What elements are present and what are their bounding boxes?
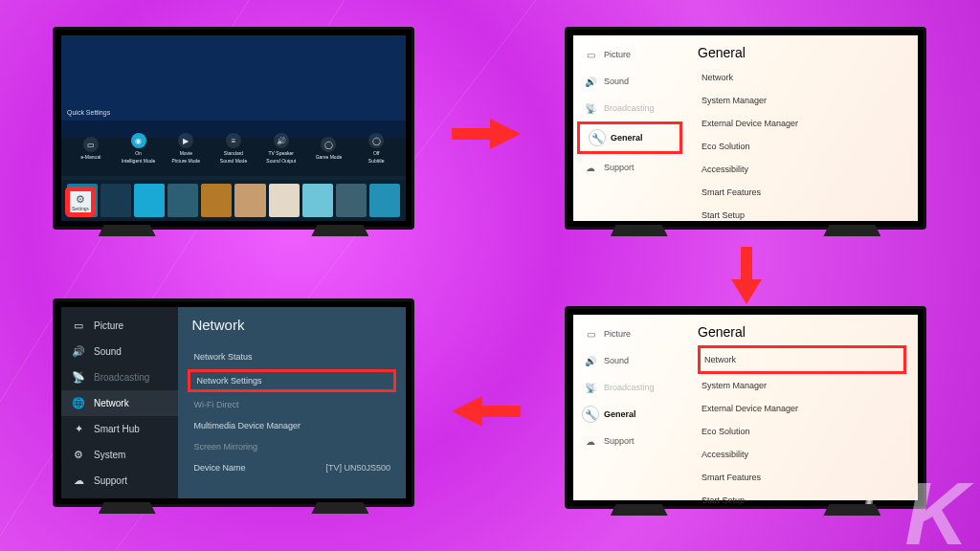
menu-item-system-manager[interactable]: System Manager [698, 374, 906, 397]
settings-sidebar: ▭Picture 🔊Sound 📡Broadcasting 🌐Network ✦… [61, 307, 178, 498]
subtitle-icon: ◯ [368, 133, 384, 148]
sidebar-item-sound[interactable]: 🔊Sound [573, 68, 686, 95]
menu-item-wifi-direct[interactable]: Wi-Fi Direct [191, 394, 392, 415]
tv-quick-settings: Quick Settings ▭ e-Manual ◉ On Intellige… [53, 27, 414, 230]
tv-network-settings: ▭Picture 🔊Sound 📡Broadcasting 🌐Network ✦… [53, 298, 414, 507]
app-thumbnail[interactable] [134, 184, 165, 217]
tv-general-sidebar-highlight: ▭Picture 🔊Sound 📡Broadcasting 🔧General ☁… [565, 27, 926, 230]
picture-icon: ▭ [71, 320, 86, 332]
qs-item-emanual[interactable]: ▭ e-Manual [67, 137, 115, 160]
sidebar-item-broadcasting[interactable]: 📡Broadcasting [573, 374, 686, 401]
page-title: General [698, 41, 906, 66]
menu-item-external-device-manager[interactable]: External Device Manager [698, 112, 906, 135]
menu-item-accessibility[interactable]: Accessibility [698, 443, 906, 466]
page-title: General [698, 320, 906, 345]
sidebar-item-broadcasting[interactable]: 📡Broadcasting [573, 95, 686, 121]
menu-item-multimedia-device-manager[interactable]: Multimedia Device Manager [191, 415, 392, 436]
menu-item-external-device-manager[interactable]: External Device Manager [698, 397, 906, 420]
intelligent-mode-icon: ◉ [131, 133, 146, 148]
picture-icon: ▭ [583, 47, 598, 62]
settings-button[interactable]: ⚙ Settings [67, 188, 94, 215]
menu-item-system-manager[interactable]: System Manager [698, 89, 906, 112]
game-icon: ◯ [321, 137, 336, 152]
menu-item-network[interactable]: Network [698, 66, 906, 89]
sidebar-item-system[interactable]: ⚙System [61, 442, 178, 468]
menu-item-screen-mirroring[interactable]: Screen Mirroring [191, 436, 392, 457]
wrench-icon: 🔧 [590, 130, 605, 145]
gear-icon: ⚙ [76, 193, 85, 206]
star-icon: ✦ [71, 423, 86, 435]
support-icon: ☁ [71, 474, 86, 487]
quick-settings-bar: Quick Settings ▭ e-Manual ◉ On Intellige… [61, 121, 406, 176]
menu-item-network[interactable]: Network [698, 345, 906, 374]
speaker-icon: 🔊 [274, 133, 289, 148]
support-icon: ☁ [583, 433, 598, 449]
arrow-down-icon [727, 247, 766, 312]
sidebar-item-broadcasting[interactable]: 📡Broadcasting [61, 364, 178, 390]
quick-settings-title: Quick Settings [67, 109, 110, 116]
app-thumbnail[interactable] [234, 184, 265, 217]
app-thumbnail[interactable] [302, 184, 333, 217]
book-icon: ▭ [83, 137, 99, 152]
sidebar-item-support[interactable]: ☁Support [573, 154, 686, 181]
settings-main: General Network System Manager External … [686, 35, 918, 221]
sound-icon: 🔊 [583, 74, 598, 89]
app-thumbnail-row [61, 180, 406, 221]
sidebar-item-general[interactable]: 🔧General [573, 401, 686, 428]
watermark-logo: K [905, 476, 963, 551]
sidebar-item-support[interactable]: ☁Support [573, 428, 686, 454]
support-icon: ☁ [583, 160, 598, 175]
settings-sidebar: ▭Picture 🔊Sound 📡Broadcasting 🔧General ☁… [573, 35, 686, 221]
menu-item-accessibility[interactable]: Accessibility [698, 158, 906, 181]
globe-icon: 🌐 [71, 397, 86, 409]
qs-item-sound-output[interactable]: 🔊 TV Speaker Sound Output [257, 133, 305, 164]
sidebar-item-support[interactable]: ☁Support [61, 468, 178, 494]
settings-main: General Network System Manager External … [686, 315, 918, 500]
qs-item-intelligent-mode[interactable]: ◉ On Intelligent Mode [115, 133, 163, 164]
broadcast-icon: 📡 [583, 100, 598, 116]
sidebar-item-sound[interactable]: 🔊Sound [573, 347, 686, 374]
sidebar-item-picture[interactable]: ▭Picture [573, 320, 686, 347]
qs-item-game-mode[interactable]: ◯ Game Mode [305, 137, 353, 160]
settings-sidebar: ▭Picture 🔊Sound 📡Broadcasting 🔧General ☁… [573, 315, 686, 500]
menu-item-smart-features[interactable]: Smart Features [698, 181, 906, 204]
app-thumbnail[interactable] [369, 184, 400, 217]
qs-item-subtitle[interactable]: ◯ Off Subtitle [352, 133, 400, 164]
app-thumbnail[interactable] [269, 184, 300, 217]
tv-general-network-highlight: ▭Picture 🔊Sound 📡Broadcasting 🔧General ☁… [565, 306, 926, 509]
menu-item-smart-features[interactable]: Smart Features [698, 466, 906, 489]
sidebar-item-sound[interactable]: 🔊Sound [61, 339, 178, 364]
arrow-right-icon [452, 115, 521, 161]
gear-icon: ⚙ [71, 449, 86, 461]
network-main: Network Network Status Network Settings … [178, 307, 406, 498]
menu-item-start-setup[interactable]: Start Setup [698, 204, 906, 227]
menu-item-eco-solution[interactable]: Eco Solution [698, 420, 906, 443]
menu-item-device-name[interactable]: Device Name [TV] UN50JS500 [191, 457, 392, 478]
app-thumbnail[interactable] [201, 184, 232, 217]
qs-item-picture-mode[interactable]: ▶ Movie Picture Mode [162, 133, 210, 164]
app-thumbnail[interactable] [167, 184, 198, 217]
broadcast-icon: 📡 [71, 371, 86, 384]
app-thumbnail[interactable] [100, 184, 131, 217]
sound-icon: 🔊 [583, 353, 598, 368]
app-thumbnail[interactable] [336, 184, 367, 217]
sound-icon: 🔊 [71, 345, 86, 358]
menu-item-network-status[interactable]: Network Status [191, 346, 392, 367]
equalizer-icon: ≡ [226, 133, 241, 148]
menu-item-network-settings[interactable]: Network Settings [188, 369, 396, 392]
qs-item-sound-mode[interactable]: ≡ Standard Sound Mode [210, 133, 257, 164]
wrench-icon: 🔧 [583, 407, 598, 422]
sidebar-item-smart-hub[interactable]: ✦Smart Hub [61, 416, 178, 442]
sidebar-item-general[interactable]: 🔧General [577, 121, 682, 154]
arrow-left-icon [452, 392, 521, 438]
page-title: Network [191, 317, 392, 333]
picture-icon: ▭ [583, 326, 598, 342]
sidebar-item-network[interactable]: 🌐Network [61, 390, 178, 416]
menu-item-eco-solution[interactable]: Eco Solution [698, 135, 906, 158]
play-icon: ▶ [178, 133, 193, 148]
sidebar-item-picture[interactable]: ▭Picture [573, 41, 686, 68]
broadcast-icon: 📡 [583, 380, 598, 395]
sidebar-item-picture[interactable]: ▭Picture [61, 313, 178, 339]
